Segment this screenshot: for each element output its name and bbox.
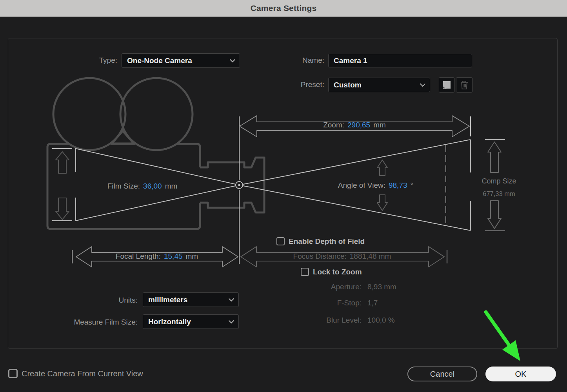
angle-of-view-unit: ° — [411, 181, 414, 190]
chevron-down-icon — [229, 318, 234, 323]
enable-depth-of-field-label: Enable Depth of Field — [289, 237, 365, 246]
zoom-label: Zoom: — [323, 121, 344, 129]
angle-of-view-readout: Angle of View: 98,73 ° — [313, 181, 438, 190]
units-select[interactable]: millimeters — [143, 292, 239, 307]
chevron-down-icon — [420, 81, 425, 87]
film-size-readout: Film Size: 36,00 mm — [93, 182, 191, 191]
focal-length-label: Focal Length: — [116, 252, 161, 261]
delete-preset-button[interactable] — [456, 77, 472, 93]
name-label: Name: — [274, 56, 324, 65]
film-size-unit: mm — [165, 182, 178, 191]
ok-button[interactable]: OK — [485, 367, 556, 381]
zoom-value[interactable]: 290,65 — [347, 121, 370, 129]
dialog-titlebar[interactable]: Camera Settings — [0, 0, 567, 17]
preset-label: Preset: — [274, 80, 324, 89]
measure-film-size-value: Horizontally — [148, 318, 191, 326]
name-input[interactable] — [328, 54, 472, 67]
focus-distance-value: 1881,48 mm — [350, 252, 391, 261]
lock-to-zoom-label: Lock to Zoom — [313, 268, 362, 276]
focal-length-readout: Focal Length: 15,45 mm — [78, 252, 235, 261]
blur-level-label: Blur Level: — [271, 316, 362, 325]
chevron-down-icon — [229, 296, 234, 301]
dialog-title: Camera Settings — [251, 4, 317, 13]
focal-length-unit: mm — [186, 252, 198, 261]
comp-size-value: 677,33 mm — [474, 190, 523, 198]
cancel-button[interactable]: Cancel — [407, 367, 477, 381]
preset-select[interactable]: Custom — [328, 78, 430, 92]
zoom-unit: mm — [373, 121, 386, 129]
aperture-value: 8,93 mm — [367, 283, 396, 291]
units-label: Units: — [59, 296, 138, 305]
type-select-value: One-Node Camera — [127, 56, 192, 65]
type-select[interactable]: One-Node Camera — [122, 53, 240, 68]
blur-level-value: 100,0 % — [367, 316, 395, 325]
measure-film-size-label: Measure Film Size: — [59, 318, 138, 327]
focus-distance-readout: Focus Distance: 1881,48 mm — [243, 252, 441, 261]
measure-film-size-select[interactable]: Horizontally — [143, 314, 239, 329]
focus-distance-label: Focus Distance: — [293, 252, 347, 261]
cancel-button-label: Cancel — [430, 370, 454, 379]
ok-button-label: OK — [515, 370, 527, 379]
units-select-value: millimeters — [148, 296, 187, 304]
create-camera-from-current-view-checkbox[interactable] — [8, 369, 18, 378]
save-preset-button[interactable] — [439, 77, 454, 93]
comp-size-label: Comp Size — [474, 177, 523, 185]
film-size-value[interactable]: 36,00 — [143, 182, 162, 191]
chevron-down-icon — [230, 57, 235, 62]
angle-of-view-value[interactable]: 98,73 — [389, 181, 407, 190]
lock-to-zoom-checkbox[interactable] — [301, 268, 309, 276]
trash-icon — [459, 80, 469, 90]
f-stop-value: 1,7 — [367, 299, 378, 307]
create-camera-from-current-view-label: Create Camera From Current View — [22, 369, 143, 378]
angle-of-view-label: Angle of View: — [338, 181, 385, 190]
film-size-label: Film Size: — [107, 182, 140, 191]
aperture-label: Aperture: — [271, 283, 362, 291]
enable-depth-of-field-checkbox[interactable] — [276, 237, 285, 245]
preset-select-value: Custom — [334, 81, 362, 89]
save-preset-icon — [442, 80, 452, 90]
type-label: Type: — [59, 56, 117, 65]
focal-length-value[interactable]: 15,45 — [164, 252, 183, 261]
zoom-readout: Zoom: 290,65 mm — [239, 121, 470, 129]
f-stop-label: F-Stop: — [271, 299, 362, 307]
